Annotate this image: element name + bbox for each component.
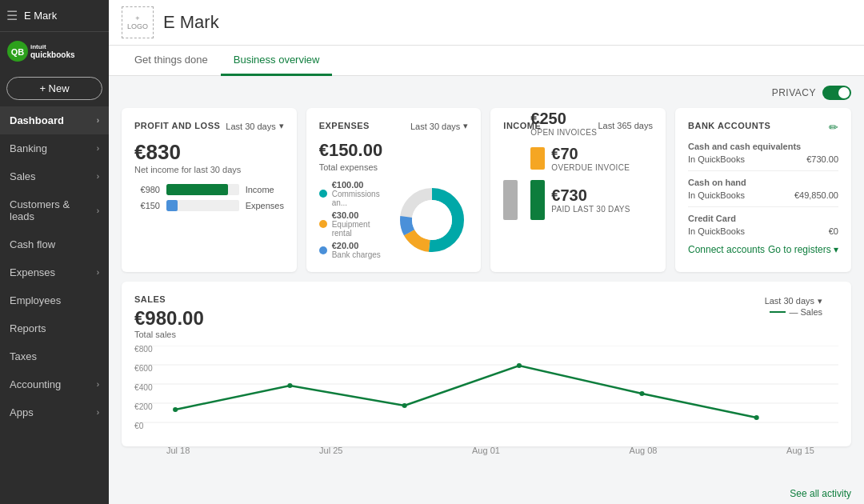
edit-pencil-icon[interactable]: ✏ [829,121,838,134]
see-all-activity[interactable]: See all activity [109,483,864,504]
svg-point-19 [173,407,178,412]
sidebar-item-apps[interactable]: Apps › [0,398,109,426]
bank-section-cash-equiv: Cash and cash equivalents In QuickBooks … [688,142,838,164]
sidebar-item-sales[interactable]: Sales › [0,162,109,190]
chevron-right-icon: › [97,116,99,125]
main-content: +LOGO E Mark Get things done Business ov… [109,0,864,504]
sales-legend: — Sales [770,307,822,317]
sales-period[interactable]: Last 30 days ▾ [765,296,822,306]
sales-card: SALES Last 30 days ▾ €980.00 Total sales [122,282,851,446]
svg-point-21 [402,403,407,408]
sales-chart-area: €800 €600 €400 €200 €0 J [134,346,838,434]
sidebar: ☰ E Mark QB intuit quickbooks + New Dash… [0,0,109,504]
sidebar-nav: Dashboard › Banking › Sales › Customers … [0,106,109,426]
chevron-right-icon: › [97,172,99,181]
company-logo-box[interactable]: +LOGO [122,6,154,38]
expenses-card-header: EXPENSES Last 30 days ▾ [319,121,469,134]
expenses-bar-container [166,200,239,211]
svg-text:€400: €400 [134,383,153,392]
pnl-big-value: €830 [134,140,284,165]
sidebar-item-customers-leads[interactable]: Customers & leads › [0,190,109,230]
bank-divider-2 [688,206,838,207]
sidebar-item-cashflow[interactable]: Cash flow [0,230,109,258]
svg-point-22 [517,363,522,368]
expenses-donut-chart [396,184,468,256]
bank-accounts-header: BANK ACCOUNTS ✏ [688,121,838,134]
sidebar-item-banking[interactable]: Banking › [0,134,109,162]
sidebar-item-accounting[interactable]: Accounting › [0,370,109,398]
chevron-down-icon: ▾ [279,121,284,131]
expenses-body: €100.00 Commissions an... €30.00 Equipme… [319,180,469,259]
sales-card-header: SALES Last 30 days ▾ €980.00 Total sales [134,294,838,339]
tab-business-overview[interactable]: Business overview [221,46,333,76]
expenses-bar-fill [166,200,178,211]
bank-row-2-0: In QuickBooks €0 [688,226,838,236]
bank-section-credit-card: Credit Card In QuickBooks €0 [688,214,838,236]
privacy-toggle[interactable] [822,86,851,100]
income-bars: €250 OPEN INVOICES €70 OVERDUE INVOICE [503,140,653,220]
tab-get-things-done[interactable]: Get things done [122,46,221,76]
chevron-right-icon: › [97,144,99,153]
quickbooks-logo-area: QB intuit quickbooks [0,32,109,70]
paid-bar [530,180,545,220]
bank-accounts-title: BANK ACCOUNTS [688,121,770,130]
svg-text:€600: €600 [134,364,153,373]
svg-text:intuit: intuit [30,43,46,50]
bank-section-title-1: Cash on hand [688,178,838,187]
chevron-down-icon: ▾ [463,121,468,131]
income-open-invoices [503,180,518,220]
go-to-registers-link[interactable]: Go to registers ▾ [768,244,838,255]
svg-point-23 [639,391,644,396]
expenses-period[interactable]: Last 30 days ▾ [410,121,468,131]
bank-divider-1 [688,170,838,171]
chevron-right-icon: › [97,268,99,277]
sidebar-item-reports[interactable]: Reports [0,314,109,342]
sidebar-item-expenses[interactable]: Expenses › [0,258,109,286]
sidebar-item-employees[interactable]: Employees [0,286,109,314]
connect-accounts-link[interactable]: Connect accounts [688,244,765,255]
bank-links: Connect accounts Go to registers ▾ [688,244,838,255]
sales-sub: Total sales [134,330,204,339]
income-row-open: €250 OPEN INVOICES [530,110,653,137]
legend-dot-2 [319,246,327,254]
hamburger-icon[interactable]: ☰ [6,8,18,23]
svg-text:€0: €0 [134,422,144,430]
income-details: €250 OPEN INVOICES €70 OVERDUE INVOICE [530,110,653,220]
sales-polyline [175,366,757,418]
income-label: €980 [134,185,160,194]
cards-row: PROFIT AND LOSS Last 30 days ▾ €830 Net … [122,108,851,272]
expense-item-1: €30.00 Equipment rental [319,210,390,238]
tabs-bar: Get things done Business overview [109,46,864,76]
chevron-right-icon: › [97,380,99,389]
company-name: E Mark [163,12,219,33]
expenses-value-label: €150 [134,201,160,210]
expenses-total: €150.00 [319,140,469,161]
profit-loss-period[interactable]: Last 30 days ▾ [226,121,283,131]
sidebar-item-taxes[interactable]: Taxes [0,342,109,370]
sales-card-title: SALES [134,294,166,304]
expenses-card: EXPENSES Last 30 days ▾ €150.00 Total ex… [306,108,482,272]
expense-item-2: €20.00 Bank charges [319,241,390,259]
income-bar-container [166,184,239,195]
svg-text:quickbooks: quickbooks [30,50,75,59]
new-button[interactable]: + New [6,77,102,100]
bank-section-title-0: Cash and cash equivalents [688,142,838,151]
sales-legend-line [770,311,786,313]
svg-text:€800: €800 [134,346,153,354]
svg-point-8 [412,200,452,240]
sidebar-item-dashboard[interactable]: Dashboard › [0,106,109,134]
expenses-card-title: EXPENSES [319,121,370,130]
bank-row-0-0: In QuickBooks €730.00 [688,154,838,164]
top-bar: +LOGO E Mark [109,0,864,46]
svg-point-24 [754,415,759,420]
sidebar-header: ☰ E Mark [0,0,109,32]
overdue-bar [530,147,545,170]
x-axis-labels: Jul 18 Jul 25 Aug 01 Aug 08 Aug 15 [134,446,838,455]
donut-svg [396,184,468,256]
expenses-legend: €100.00 Commissions an... €30.00 Equipme… [319,180,390,259]
chevron-down-icon: ▾ [818,296,822,306]
privacy-label: PRIVACY [772,87,816,98]
quickbooks-logo: QB intuit quickbooks [6,40,94,62]
expenses-sub: Total expenses [319,162,469,172]
chevron-right-icon: › [97,408,99,417]
